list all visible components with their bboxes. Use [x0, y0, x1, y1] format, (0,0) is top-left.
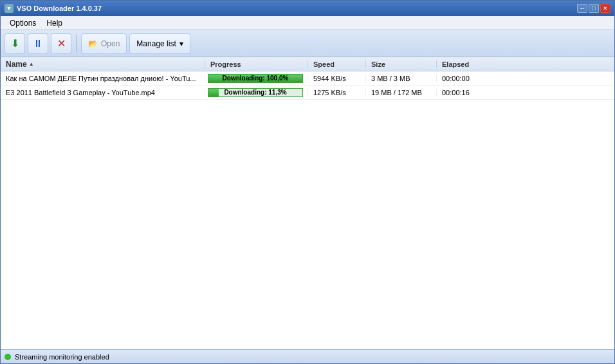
row-2-progress: Downloading: 11,3%: [205, 88, 308, 97]
manage-list-dropdown-icon: ▾: [179, 39, 183, 48]
progress-label-2: Downloading: 11,3%: [208, 89, 302, 96]
manage-list-label: Manage list: [136, 39, 176, 48]
main-content: Name ▲ Progress Speed Size Elapsed Как н…: [1, 57, 614, 349]
row-2-elapsed: 00:00:16: [437, 89, 495, 96]
row-2-name: E3 2011 Battlefield 3 Gameplay - YouTube…: [1, 89, 205, 96]
title-bar: ▼ VSO Downloader 1.4.0.37 ─ □ ✕: [1, 1, 614, 16]
column-header-size[interactable]: Size: [366, 60, 437, 68]
pause-button[interactable]: ⏸: [28, 33, 48, 54]
toolbar: ⬇ ⏸ ✕ 📂 Open Manage list ▾: [1, 30, 614, 57]
manage-list-button[interactable]: Manage list ▾: [129, 33, 190, 54]
close-button[interactable]: ✕: [600, 4, 610, 13]
menu-bar: Options Help: [1, 16, 614, 30]
column-header-name[interactable]: Name ▲: [1, 60, 205, 69]
title-bar-left: ▼ VSO Downloader 1.4.0.37: [5, 4, 102, 13]
restore-button[interactable]: □: [589, 4, 599, 13]
table-row[interactable]: Как на САМОМ ДЕЛЕ Путин праздновал дниою…: [1, 71, 614, 86]
window-title: VSO Downloader 1.4.0.37: [17, 5, 102, 12]
open-button[interactable]: 📂 Open: [81, 33, 127, 54]
table-body: Как на САМОМ ДЕЛЕ Путин праздновал дниою…: [1, 71, 614, 100]
menu-options[interactable]: Options: [5, 17, 41, 29]
menu-help[interactable]: Help: [41, 17, 68, 29]
app-icon: ▼: [5, 4, 14, 13]
progress-bar-1: Downloading: 100,0%: [208, 74, 303, 83]
toolbar-separator: [76, 35, 77, 53]
title-bar-buttons: ─ □ ✕: [577, 4, 610, 13]
table-row[interactable]: E3 2011 Battlefield 3 Gameplay - YouTube…: [1, 86, 614, 100]
status-indicator: [5, 354, 11, 360]
sort-arrow: ▲: [29, 61, 34, 67]
row-1-speed: 5944 KB/s: [308, 75, 366, 82]
open-label: Open: [101, 39, 120, 48]
download-button[interactable]: ⬇: [5, 33, 25, 54]
row-1-progress: Downloading: 100,0%: [205, 74, 308, 83]
status-bar: Streaming monitoring enabled: [1, 349, 614, 363]
column-header-elapsed[interactable]: Elapsed: [437, 60, 495, 68]
row-1-size: 3 MB / 3 MB: [366, 75, 437, 82]
row-1-name: Как на САМОМ ДЕЛЕ Путин праздновал дниою…: [1, 75, 205, 82]
row-1-elapsed: 00:00:00: [437, 75, 495, 82]
status-text: Streaming monitoring enabled: [15, 353, 109, 361]
row-2-speed: 1275 KB/s: [308, 89, 366, 96]
progress-bar-2: Downloading: 11,3%: [208, 88, 303, 97]
table-header: Name ▲ Progress Speed Size Elapsed: [1, 57, 614, 71]
open-icon: 📂: [88, 39, 98, 48]
minimize-button[interactable]: ─: [577, 4, 587, 13]
stop-button[interactable]: ✕: [51, 33, 71, 54]
row-2-size: 19 MB / 172 MB: [366, 89, 437, 96]
main-window: ▼ VSO Downloader 1.4.0.37 ─ □ ✕ Options …: [0, 0, 615, 364]
column-header-progress[interactable]: Progress: [205, 60, 308, 68]
progress-label-1: Downloading: 100,0%: [208, 75, 302, 82]
column-header-speed[interactable]: Speed: [308, 60, 366, 68]
